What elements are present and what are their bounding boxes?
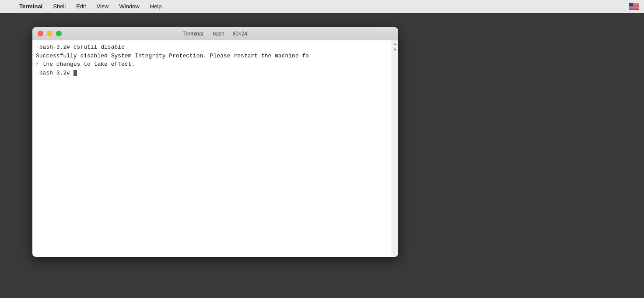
terminal-window: Terminal — -bash — 80×24 -bash-3.2# csru… (32, 27, 398, 257)
window-title: Terminal — -bash — 80×24 (183, 31, 247, 37)
svg-rect-8 (629, 7, 639, 7)
menu-help[interactable]: Help (148, 2, 164, 11)
apple-menu[interactable] (5, 6, 9, 7)
maximize-button[interactable] (56, 31, 62, 36)
menu-window[interactable]: Window (118, 2, 141, 11)
terminal-line-2: Successfully disabled System Integrity P… (36, 53, 309, 59)
close-button[interactable] (38, 31, 43, 36)
terminal-content[interactable]: -bash-3.2# csrutil disable Successfully … (32, 40, 392, 257)
flag-icon (629, 3, 639, 10)
svg-rect-12 (629, 9, 639, 10)
svg-rect-11 (629, 9, 639, 9)
menu-view[interactable]: View (95, 2, 111, 11)
terminal-cursor (74, 70, 77, 76)
menu-terminal[interactable]: Terminal (18, 2, 44, 11)
terminal-line-3: r the changes to take effect. (36, 61, 135, 67)
scrollbar-up-button[interactable]: ▲ (392, 41, 398, 47)
terminal-line-4: -bash-3.2# (36, 70, 74, 76)
svg-rect-13 (629, 3, 633, 7)
menu-shell[interactable]: Shell (51, 2, 67, 11)
menu-edit[interactable]: Edit (74, 2, 88, 11)
menubar: Terminal Shell Edit View Window Help (0, 0, 644, 13)
terminal-line-1: -bash-3.2# csrutil disable (36, 44, 125, 50)
terminal-body[interactable]: -bash-3.2# csrutil disable Successfully … (32, 40, 398, 257)
menubar-right (629, 3, 639, 10)
svg-rect-7 (629, 7, 639, 7)
minimize-button[interactable] (47, 31, 52, 36)
terminal-scrollbar[interactable]: ▲ ▼ (392, 40, 398, 257)
svg-rect-10 (629, 8, 639, 9)
svg-rect-9 (629, 7, 639, 8)
title-bar: Terminal — -bash — 80×24 (32, 27, 398, 40)
window-buttons (38, 31, 62, 36)
scrollbar-down-button[interactable]: ▼ (392, 47, 398, 53)
